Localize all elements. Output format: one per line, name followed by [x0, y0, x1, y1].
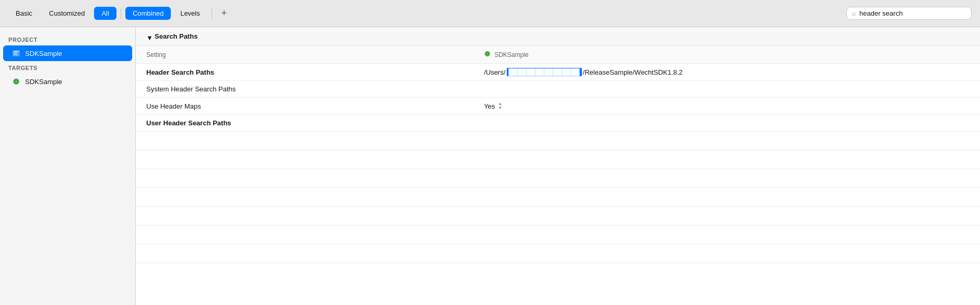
target-icon: [11, 77, 21, 86]
setting-value-use-header-maps: Yes ▲ ▼: [473, 98, 980, 115]
col-header-value: SDKSample: [473, 46, 980, 64]
col-header-setting: Setting: [136, 46, 473, 64]
svg-point-6: [16, 81, 17, 83]
sidebar-item-project[interactable]: SDKSample: [3, 45, 132, 61]
tab-levels[interactable]: Levels: [173, 7, 207, 20]
setting-name-header-search: Header Search Paths: [136, 64, 473, 81]
setting-name-sys-header-search: System Header Search Paths: [136, 81, 473, 98]
collapse-triangle-icon[interactable]: ▼: [146, 34, 151, 39]
targets-section-label: TARGETS: [0, 62, 135, 73]
svg-rect-2: [14, 53, 17, 54]
svg-point-11: [487, 53, 488, 55]
tab-customized[interactable]: Customized: [42, 7, 92, 20]
table-row[interactable]: Use Header Maps Yes ▲ ▼: [136, 98, 980, 115]
project-section-label: PROJECT: [0, 33, 135, 45]
yes-stepper[interactable]: Yes ▲ ▼: [484, 102, 502, 110]
section-title: Search Paths: [155, 32, 197, 40]
xcodeproj-icon: [11, 49, 21, 58]
toolbar: Basic Customized All Combined Levels + ⌕: [0, 0, 980, 27]
tab-combined[interactable]: Combined: [125, 7, 171, 20]
search-icon: ⌕: [852, 9, 856, 17]
section-header: ▼ Search Paths: [136, 27, 980, 46]
table-row[interactable]: Header Search Paths /Users/ ████████████…: [136, 64, 980, 81]
setting-value-sys-header-search: [473, 81, 980, 98]
setting-value-user-header-search: [473, 115, 980, 132]
settings-table: Setting SDKSample: [136, 46, 980, 263]
content-area: ▼ Search Paths Setting: [136, 27, 980, 305]
value-redacted: ████████████████: [507, 68, 582, 76]
add-button[interactable]: +: [216, 6, 232, 21]
target-item-label: SDKSample: [25, 78, 62, 86]
value-prefix: /Users/: [484, 68, 505, 76]
search-box: ⌕: [846, 7, 972, 20]
sidebar: PROJECT SDKSample TARGETS: [0, 27, 136, 305]
table-row[interactable]: System Header Search Paths: [136, 81, 980, 98]
table-row: [136, 207, 980, 226]
main-layout: PROJECT SDKSample TARGETS: [0, 27, 980, 305]
table-row: [136, 188, 980, 207]
table-row: [136, 226, 980, 244]
tab-divider-2: [212, 8, 212, 19]
tab-all[interactable]: All: [94, 7, 116, 20]
col-value-label: SDKSample: [494, 51, 528, 58]
svg-rect-1: [14, 51, 19, 52]
setting-name-user-header-search: User Header Search Paths: [136, 115, 473, 132]
tab-divider: [121, 8, 121, 19]
table-row[interactable]: User Header Search Paths: [136, 115, 980, 132]
svg-rect-8: [16, 84, 17, 85]
setting-value-header-search: /Users/ ████████████████ /ReleaseSample/…: [473, 64, 980, 81]
table-row: [136, 150, 980, 169]
value-suffix: /ReleaseSample/WechtSDK1.8.2: [583, 68, 683, 76]
search-input[interactable]: [859, 9, 953, 17]
table-row: [136, 132, 980, 150]
svg-rect-7: [16, 78, 17, 79]
table-row: [136, 169, 980, 188]
tab-basic[interactable]: Basic: [8, 7, 40, 20]
table-header-row: Setting SDKSample: [136, 46, 980, 64]
setting-name-use-header-maps: Use Header Maps: [136, 98, 473, 115]
target-col-icon: [484, 50, 491, 59]
svg-rect-3: [14, 54, 18, 55]
table-row: [136, 244, 980, 263]
sidebar-item-target[interactable]: SDKSample: [3, 74, 132, 89]
project-item-label: SDKSample: [25, 50, 62, 57]
